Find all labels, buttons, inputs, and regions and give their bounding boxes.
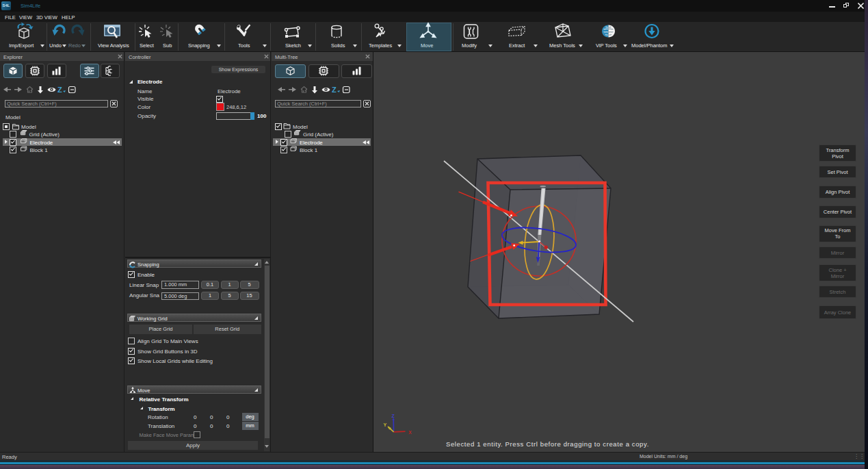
svg-text:Z: Z — [332, 86, 337, 94]
svg-text:Z: Z — [57, 86, 62, 94]
svg-text:Z: Z — [392, 414, 395, 418]
svg-text:Y: Y — [384, 422, 387, 427]
svg-text:X: X — [408, 430, 412, 435]
